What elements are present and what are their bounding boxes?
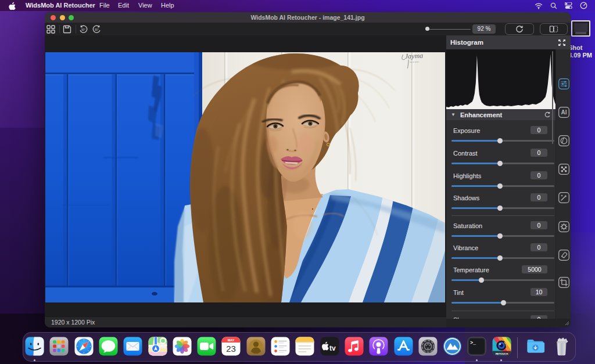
svg-text:tv: tv [329,344,336,352]
svg-text:RETOUCH: RETOUCH [495,352,508,355]
svg-text:90°: 90° [95,28,99,31]
svg-text:90°: 90° [81,28,85,31]
svg-text:Jayma: Jayma [404,52,423,60]
svg-text:23: 23 [227,344,236,354]
svg-text:the art house: the art house [410,60,419,63]
svg-text:>_: >_ [470,340,476,345]
svg-text:AI: AI [561,109,567,116]
svg-text:MAY: MAY [228,338,235,341]
